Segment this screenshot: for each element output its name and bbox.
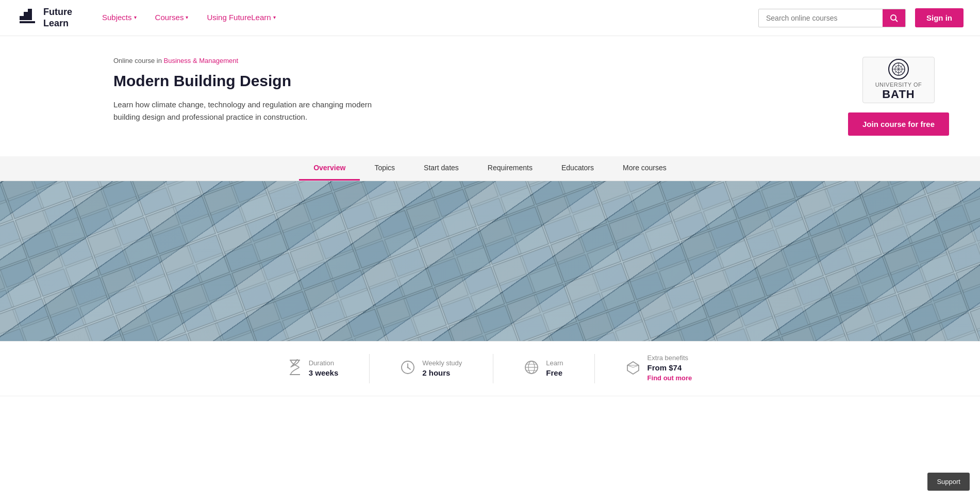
university-name: BATH	[875, 88, 922, 101]
duration-label: Duration	[309, 359, 339, 368]
svg-line-5	[895, 20, 898, 22]
search-button[interactable]	[883, 9, 905, 27]
clock-icon	[401, 360, 415, 378]
svg-rect-3	[20, 21, 35, 23]
subnav-requirements[interactable]: Requirements	[473, 156, 547, 181]
svg-marker-27	[627, 362, 639, 374]
subnav-topics[interactable]: Topics	[360, 156, 409, 181]
extras-label: Extra benefits	[647, 354, 692, 363]
globe-icon	[524, 360, 539, 378]
seal-icon	[891, 62, 906, 76]
hero-content: Online course in Business & Management M…	[113, 57, 381, 123]
search-area: Sign in	[758, 8, 964, 27]
course-description: Learn how climate change, technology and…	[113, 99, 381, 123]
weekly-value: 2 hours	[422, 368, 462, 378]
hourglass-icon	[288, 359, 302, 379]
main-header: Future Learn Subjects ▾ Courses ▾ Using …	[0, 0, 980, 36]
diamond-icon	[626, 360, 640, 378]
svg-point-21	[407, 366, 409, 368]
stat-extra-benefits: Extra benefits From $74 Find out more	[595, 354, 723, 383]
university-logo: UNIVERSITY OF BATH	[862, 57, 935, 103]
svg-rect-2	[28, 9, 32, 20]
join-course-button[interactable]: Join course for free	[848, 112, 949, 136]
nav-using-futurelearn[interactable]: Using FutureLearn ▾	[197, 0, 285, 36]
subnav-overview[interactable]: Overview	[299, 156, 360, 181]
learn-label: Learn	[546, 359, 563, 368]
signin-button[interactable]: Sign in	[915, 8, 964, 27]
solar-panels-svg	[0, 181, 980, 341]
svg-rect-0	[20, 16, 24, 20]
breadcrumb-link[interactable]: Business & Management	[164, 57, 239, 64]
weekly-label: Weekly study	[422, 359, 462, 368]
svg-rect-1	[24, 12, 28, 20]
nav-subjects[interactable]: Subjects ▾	[93, 0, 146, 36]
main-nav: Subjects ▾ Courses ▾ Using FutureLearn ▾	[93, 0, 758, 36]
search-icon	[890, 14, 898, 22]
subnav-start-dates[interactable]: Start dates	[409, 156, 473, 181]
subnav-educators[interactable]: Educators	[547, 156, 608, 181]
university-seal	[888, 59, 909, 79]
university-of-text: UNIVERSITY OF	[875, 82, 922, 88]
chevron-down-icon: ▾	[273, 14, 276, 20]
course-hero-image	[0, 181, 980, 341]
duration-value: 3 weeks	[309, 368, 339, 378]
hero-sidebar: UNIVERSITY OF BATH Join course for free	[848, 57, 949, 136]
course-stats-bar: Duration 3 weeks Weekly study 2 hours	[0, 341, 980, 396]
svg-rect-17	[0, 181, 980, 341]
nav-courses[interactable]: Courses ▾	[146, 0, 198, 36]
extras-from: From $74	[647, 363, 692, 373]
futurelearn-logo-icon	[16, 7, 39, 29]
extras-link[interactable]: Find out more	[647, 374, 692, 382]
stat-duration: Duration 3 weeks	[257, 354, 370, 383]
search-input[interactable]	[759, 10, 883, 26]
hero-section: Online course in Business & Management M…	[0, 36, 980, 156]
breadcrumb: Online course in Business & Management	[113, 57, 381, 64]
learn-value: Free	[546, 368, 563, 378]
logo-text: Future Learn	[43, 7, 72, 29]
course-title: Modern Building Design	[113, 72, 381, 90]
subnav-more-courses[interactable]: More courses	[608, 156, 681, 181]
chevron-down-icon: ▾	[186, 14, 188, 20]
svg-point-4	[891, 15, 896, 20]
chevron-down-icon: ▾	[134, 14, 137, 20]
stat-weekly-study: Weekly study 2 hours	[370, 354, 493, 383]
logo-link[interactable]: Future Learn	[16, 7, 72, 29]
search-input-wrap	[758, 9, 906, 27]
stat-learn: Learn Free	[493, 354, 594, 383]
course-sub-nav: Overview Topics Start dates Requirements…	[0, 156, 980, 181]
